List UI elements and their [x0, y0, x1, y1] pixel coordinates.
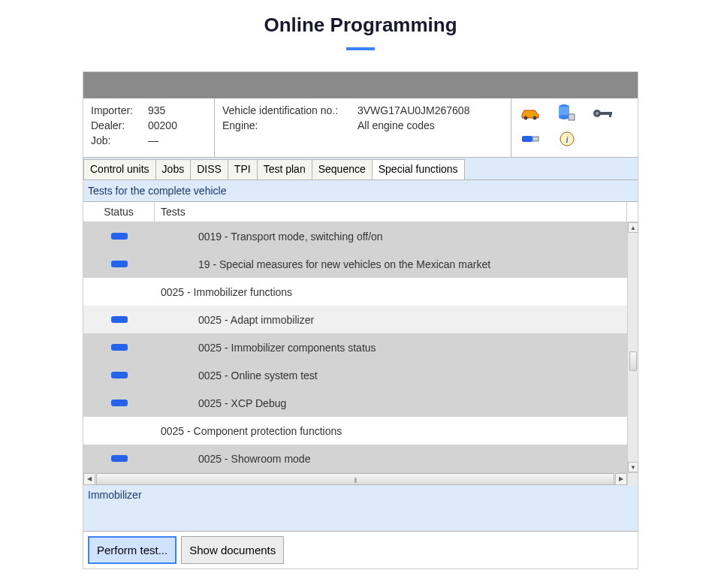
- key-icon[interactable]: [590, 103, 617, 124]
- car-icon[interactable]: [517, 103, 545, 124]
- table-row[interactable]: 0019 - Transport mode, switching off/on: [83, 222, 627, 250]
- info-col-vehicle: Vehicle identification no.: 3VWG17AU0JM2…: [215, 98, 511, 157]
- info-row: Importer: 935 Dealer: 00200 Job: — Vehic…: [83, 98, 638, 158]
- table-row[interactable]: 0025 - Adapt immobilizer: [83, 306, 627, 333]
- status-cell: [83, 261, 155, 267]
- test-label: 0019 - Transport mode, switching off/on: [161, 231, 627, 243]
- test-label: 0025 - Adapt immobilizer: [161, 314, 627, 326]
- svg-rect-9: [609, 112, 611, 117]
- h-scroll-thumb[interactable]: [96, 473, 614, 485]
- status-cell: [83, 455, 155, 462]
- svg-point-7: [596, 112, 599, 115]
- svg-rect-10: [522, 136, 532, 142]
- info-col-icons: i: [511, 98, 638, 157]
- scroll-down-icon[interactable]: ▼: [628, 462, 638, 472]
- job-value: —: [148, 134, 158, 146]
- tab-sequence[interactable]: Sequence: [312, 159, 373, 179]
- scroll-right-icon[interactable]: ▶: [615, 473, 627, 485]
- test-label: 0025 - Component protection functions: [161, 425, 627, 437]
- usb-icon[interactable]: [517, 128, 545, 149]
- page-title: Online Programming: [0, 14, 721, 37]
- test-label: 19 - Special measures for new vehicles o…: [161, 258, 627, 270]
- tabs: Control unitsJobsDISSTPITest planSequenc…: [83, 158, 638, 180]
- table-row[interactable]: 0025 - Showroom mode: [83, 445, 627, 472]
- status-cell: [83, 400, 155, 406]
- test-label: 0025 - Online system test: [161, 369, 627, 381]
- status-cell: [83, 316, 155, 323]
- app-window: Importer: 935 Dealer: 00200 Job: — Vehic…: [83, 71, 638, 569]
- status-cell: [83, 372, 155, 378]
- status-pill-icon: [111, 344, 128, 351]
- table-row[interactable]: 0025 - Immobilizer components status: [83, 333, 627, 361]
- test-label: 0025 - Immobilizer functions: [161, 286, 627, 298]
- status-pill-icon: [111, 455, 128, 462]
- dealer-value: 00200: [148, 119, 177, 131]
- test-label: 0025 - Showroom mode: [161, 453, 627, 465]
- server-icon[interactable]: [554, 103, 581, 124]
- info-col-dealer: Importer: 935 Dealer: 00200 Job: —: [83, 98, 215, 157]
- perform-test-button[interactable]: Perform test...: [88, 536, 176, 564]
- table-row[interactable]: 0025 - Component protection functions: [83, 417, 627, 445]
- status-pill-icon: [111, 372, 128, 378]
- show-documents-button[interactable]: Show documents: [181, 536, 284, 564]
- tab-tpi[interactable]: TPI: [228, 159, 258, 179]
- scroll-thumb[interactable]: [629, 351, 637, 371]
- status-cell: [83, 233, 155, 240]
- scroll-up-icon[interactable]: ▲: [628, 222, 638, 233]
- table-row[interactable]: 0025 - Online system test: [83, 361, 627, 389]
- sub-section-title: Immobilizer: [83, 484, 638, 531]
- svg-point-4: [559, 115, 569, 119]
- tab-test-plan[interactable]: Test plan: [257, 159, 312, 179]
- svg-rect-11: [532, 137, 538, 141]
- job-label: Job:: [91, 134, 148, 146]
- th-tests: Tests: [155, 202, 627, 222]
- tab-diss[interactable]: DISS: [190, 159, 228, 179]
- test-label: 0025 - Immobilizer components status: [161, 342, 627, 354]
- importer-value: 935: [148, 104, 165, 116]
- rows-body: 0019 - Transport mode, switching off/on1…: [83, 222, 627, 472]
- tab-jobs[interactable]: Jobs: [155, 159, 192, 179]
- section-header: Tests for the complete vehicle: [83, 180, 638, 202]
- info-icon[interactable]: i: [554, 128, 581, 149]
- svg-rect-5: [569, 114, 575, 120]
- vertical-scrollbar[interactable]: ▲ ▼: [627, 222, 638, 472]
- th-status: Status: [83, 202, 155, 222]
- test-label: 0025 - XCP Debug: [161, 397, 627, 409]
- tab-special-functions[interactable]: Special functions: [372, 159, 465, 179]
- engine-label: Engine:: [222, 119, 357, 131]
- status-cell: [83, 344, 155, 351]
- table-row[interactable]: 0025 - Immobilizer functions: [83, 278, 627, 306]
- rows-area: 0019 - Transport mode, switching off/on1…: [83, 222, 638, 472]
- vin-value: 3VWG17AU0JM267608: [357, 104, 469, 116]
- status-pill-icon: [111, 233, 128, 240]
- vin-label: Vehicle identification no.:: [222, 104, 357, 116]
- table-header: Status Tests: [83, 202, 638, 222]
- status-pill-icon: [111, 316, 128, 323]
- importer-label: Importer:: [91, 104, 148, 116]
- svg-text:i: i: [566, 134, 569, 145]
- table-row[interactable]: 19 - Special measures for new vehicles o…: [83, 250, 627, 278]
- status-pill-icon: [111, 400, 128, 406]
- scroll-left-icon[interactable]: ◀: [83, 473, 95, 485]
- engine-value: All engine codes: [357, 119, 435, 131]
- svg-point-1: [533, 116, 537, 120]
- dealer-label: Dealer:: [91, 119, 148, 131]
- table-row[interactable]: 0025 - XCP Debug: [83, 389, 627, 417]
- svg-point-0: [524, 116, 528, 120]
- tab-control-units[interactable]: Control units: [83, 159, 156, 179]
- title-underline: [346, 47, 375, 50]
- horizontal-scrollbar[interactable]: ◀ ▶: [83, 472, 638, 484]
- window-titlebar: [83, 72, 638, 98]
- status-pill-icon: [111, 261, 128, 267]
- action-bar: Perform test... Show documents: [83, 531, 638, 568]
